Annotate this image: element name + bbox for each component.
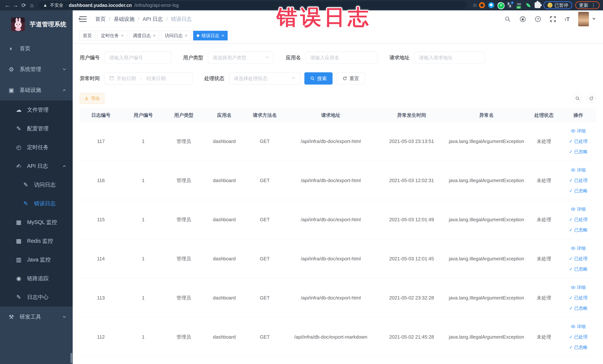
sidebar-item-home[interactable]: ◐ 首页 — [0, 38, 73, 59]
help-icon[interactable]: ? — [534, 16, 542, 23]
address-bar[interactable]: ▲ 不安全 dashboard.yudao.iocoder.cn /infra/… — [39, 1, 467, 9]
cell-exception-name: java.lang.IllegalArgumentException — [449, 334, 524, 340]
export-button[interactable]: 导出 — [80, 93, 104, 104]
action-detail-link[interactable]: 详细 — [571, 206, 586, 212]
breadcrumb: 首页 / 基础设施 / API 日志 / 错误日志 — [95, 16, 192, 23]
app-logo-row[interactable]: 芋道管理系统 — [0, 10, 73, 38]
action-ignored-link[interactable]: ✓ 已忽略 — [569, 344, 588, 350]
sidebar-item-scheduled-tasks[interactable]: ◴ 定时任务 — [0, 138, 73, 157]
user-type-select[interactable]: 请选择用户类型 — [208, 52, 274, 64]
sidebar-item-log-center[interactable]: ✎ 日志中心 — [0, 288, 73, 306]
refresh-button[interactable] — [587, 94, 596, 103]
user-avatar[interactable] — [578, 12, 589, 26]
action-ignored-link[interactable]: ✓ 已忽略 — [569, 305, 588, 311]
cell-app-name: dashboard — [213, 256, 236, 261]
action-processed-link[interactable]: ✓ 已处理 — [569, 217, 588, 223]
extension-leaf-icon[interactable] — [525, 2, 531, 8]
action-detail-link[interactable]: 详细 — [571, 245, 586, 251]
sidebar-item-system-management[interactable]: ⚙ 系统管理 — [0, 59, 73, 80]
action-processed-link[interactable]: ✓ 已处理 — [569, 177, 588, 183]
cell-status: 未处理 — [537, 178, 551, 183]
check-icon: ✓ — [569, 267, 573, 272]
cell-method: GET — [260, 178, 270, 183]
tab-access-log[interactable]: 访问日志× — [161, 31, 191, 40]
sidebar-item-mysql-monitor[interactable]: ▦ MySQL 监控 — [0, 213, 73, 232]
sidebar-collapse-icon[interactable] — [79, 16, 87, 22]
sidebar-item-trace[interactable]: ◉ 链路追踪 — [0, 269, 73, 288]
user-type-label: 用户类型 — [183, 54, 203, 61]
sidebar-item-dev-tools[interactable]: ⚒ 研发工具 — [0, 306, 73, 327]
fullscreen-icon[interactable] — [550, 16, 556, 23]
sidebar-item-config-management[interactable]: ✎ 配置管理 — [0, 119, 73, 138]
action-ignored-link[interactable]: ✓ 已忽略 — [569, 227, 588, 233]
close-icon[interactable]: × — [121, 33, 124, 38]
extension-green-v-icon[interactable] — [498, 2, 503, 8]
breadcrumb-error-log: 错误日志 — [171, 16, 192, 23]
action-processed-link[interactable]: ✓ 已处理 — [569, 334, 588, 340]
action-processed-link[interactable]: ✓ 已处理 — [569, 256, 588, 262]
sidebar-scrollbar[interactable] — [70, 353, 72, 363]
action-processed-link[interactable]: ✓ 已处理 — [569, 295, 588, 301]
search-button[interactable]: 搜索 — [304, 72, 333, 84]
close-icon[interactable]: × — [185, 33, 187, 38]
action-ignored-link[interactable]: ✓ 已忽略 — [569, 149, 588, 155]
toggle-search-button[interactable] — [573, 94, 582, 103]
update-button[interactable]: 更新 ⋮ — [575, 1, 600, 9]
action-ignored-link[interactable]: ✓ 已忽略 — [569, 266, 588, 272]
action-detail-link[interactable]: 详细 — [571, 284, 586, 290]
back-icon[interactable]: ← — [3, 2, 12, 8]
sidebar-item-redis-monitor[interactable]: ▩ Redis 监控 — [0, 232, 73, 250]
action-detail-link[interactable]: 详细 — [571, 324, 586, 329]
page-content: 用户编号 请输入用户编号 用户类型 请选择用户类型 应用名 请输入应用名 — [73, 43, 603, 364]
bookmark-star-icon[interactable]: ☆ — [473, 2, 477, 8]
tab-error-log[interactable]: 错误日志× — [193, 31, 228, 40]
tab-schedule-log[interactable]: 调度日志× — [129, 31, 159, 40]
cell-user-type: 管理员 — [176, 217, 191, 222]
check-icon: ✓ — [569, 334, 573, 340]
extension-orange-icon[interactable] — [479, 2, 485, 8]
tab-home[interactable]: 首页 — [79, 31, 95, 40]
extension-grid-icon[interactable] — [507, 2, 513, 8]
breadcrumb-api-log[interactable]: API 日志 — [143, 16, 163, 23]
breadcrumb-home[interactable]: 首页 — [95, 16, 106, 23]
reload-icon[interactable]: ⟳ — [20, 2, 28, 9]
sidebar-item-error-log[interactable]: ✎ 错误日志 — [0, 194, 73, 213]
action-detail-link[interactable]: 详细 — [571, 167, 586, 173]
sidebar-item-java-monitor[interactable]: ▥ Java 监控 — [0, 250, 73, 269]
tab-scheduled-tasks[interactable]: 定时任务× — [97, 31, 127, 40]
cell-user-type: 管理员 — [176, 295, 191, 301]
cell-exception-name: java.lang.IllegalArgumentException — [449, 139, 524, 144]
paused-badge[interactable]: 已暂停 — [544, 1, 572, 9]
sidebar-item-infrastructure[interactable]: ▣ 基础设施 — [0, 80, 73, 101]
user-id-input[interactable]: 请输入用户编号 — [104, 52, 171, 64]
font-size-icon[interactable]: TT — [564, 16, 572, 23]
sidebar-item-access-log[interactable]: ✎ 访问日志 — [0, 176, 73, 194]
action-processed-link[interactable]: ✓ 已处理 — [569, 138, 588, 144]
sidebar-item-file-management[interactable]: ☁ 文件管理 — [0, 101, 73, 119]
browser-menu-kebab-icon[interactable]: ⋮ — [591, 2, 596, 8]
app-name-input[interactable]: 请输入应用名 — [306, 52, 378, 64]
extensions-puzzle-icon[interactable] — [534, 2, 541, 8]
extension-on-switch-icon[interactable] — [516, 2, 522, 8]
exception-time-range-picker[interactable]: 开始日期 - 结束日期 — [104, 72, 192, 84]
close-icon[interactable]: × — [153, 33, 156, 38]
close-icon[interactable]: × — [221, 33, 224, 38]
search-icon[interactable] — [504, 16, 511, 23]
request-url-input[interactable]: 请输入请求地址 — [414, 52, 485, 64]
process-status-select[interactable]: 请选择处理状态 — [229, 72, 300, 84]
action-ignored-link[interactable]: ✓ 已忽略 — [569, 188, 588, 194]
github-icon[interactable] — [519, 16, 526, 23]
forward-icon[interactable]: → — [12, 2, 20, 8]
cell-log-id: 116 — [97, 178, 105, 183]
extension-blue-pin-icon[interactable] — [488, 2, 494, 8]
user-menu-caret-icon[interactable] — [592, 18, 596, 22]
cell-request-url: /api/infra/db-doc/export-markdown — [294, 334, 367, 340]
log-note-icon: ✍ — [15, 163, 22, 169]
check-icon: ✓ — [569, 149, 573, 154]
sidebar-item-api-log[interactable]: ✍ API 日志 — [0, 157, 73, 176]
security-label: 不安全 — [50, 2, 63, 8]
breadcrumb-infrastructure[interactable]: 基础设施 — [114, 16, 135, 23]
action-detail-link[interactable]: 详细 — [571, 128, 586, 134]
reset-button[interactable]: 重置 — [337, 72, 365, 84]
home-icon[interactable]: ⌂ — [28, 2, 36, 8]
